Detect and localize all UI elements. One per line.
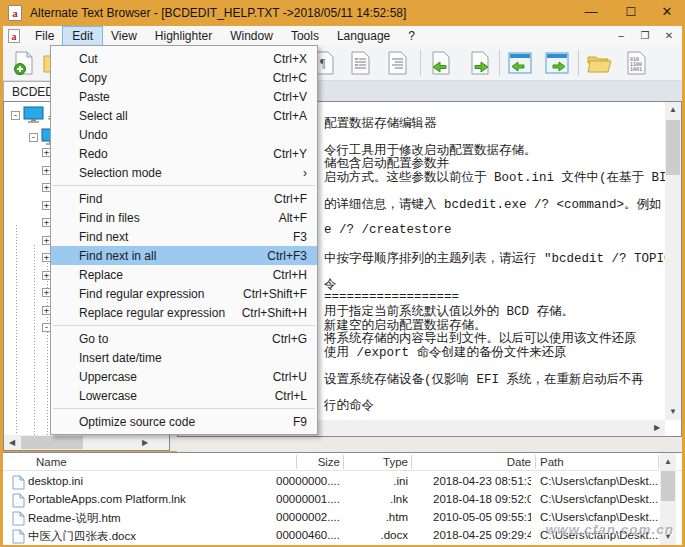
cell-date: 2018-04-23 08:51:36 xyxy=(433,475,531,487)
menu-shortcut: Ctrl+G xyxy=(272,332,307,346)
menu-item-optimize-source-code[interactable]: Optimize source codeF9 xyxy=(51,412,317,431)
menu-item-insert-date-time[interactable]: Insert date/time xyxy=(51,348,317,367)
menu-item-label: Find regular expression xyxy=(79,287,243,301)
svg-text:¶: ¶ xyxy=(320,56,326,70)
menubar-item-[interactable]: ? xyxy=(399,27,424,46)
menu-item-label: Replace regular expression xyxy=(79,306,242,320)
menubar-item-edit[interactable]: Edit xyxy=(63,27,102,46)
cell-size: 00000001.... xyxy=(243,493,340,505)
column-header-name[interactable]: Name xyxy=(36,456,67,468)
column-header-date[interactable]: Date xyxy=(433,456,531,468)
mdi-minimize-button[interactable]: – xyxy=(612,28,630,44)
menu-shortcut: F9 xyxy=(293,415,307,429)
file-row-2[interactable]: PortableApps.com Platform.lnk00000001...… xyxy=(3,491,658,509)
panel-gap xyxy=(177,437,682,452)
tree-horizontal-scrollbar[interactable]: ◀ ▶ xyxy=(4,435,169,450)
scrollbar-thumb[interactable] xyxy=(666,120,680,175)
app-icon: a xyxy=(8,5,22,21)
document-system-icon[interactable]: a xyxy=(8,29,20,43)
document-text-line: 使用 /export 命令创建的备份文件来还原 xyxy=(324,344,567,361)
scroll-left-arrow[interactable]: ◀ xyxy=(4,435,20,450)
scrollbar-thumb[interactable] xyxy=(661,471,675,501)
menubar-item-file[interactable]: File xyxy=(26,27,63,46)
scroll-right-arrow[interactable]: ▶ xyxy=(137,435,153,450)
menu-item-find[interactable]: FindCtrl+F xyxy=(51,189,317,208)
menu-item-selection-mode[interactable]: Selection mode› xyxy=(51,163,317,182)
scroll-up-arrow[interactable]: ▲ xyxy=(660,454,676,469)
column-header-path[interactable]: Path xyxy=(540,456,564,468)
menubar-item-window[interactable]: Window xyxy=(221,27,282,46)
menubar-item-tools[interactable]: Tools xyxy=(282,27,328,46)
scroll-right-arrow[interactable]: ▶ xyxy=(649,420,665,436)
maximize-button[interactable]: ☐ xyxy=(614,0,648,26)
document-text-line: 行的命令 xyxy=(324,397,374,414)
file-icon xyxy=(12,511,25,528)
menu-shortcut: Ctrl+Y xyxy=(273,147,307,161)
document-text-line: 的详细信息，请键入 bcdedit.exe /? <command>。例如， xyxy=(324,196,674,213)
tree-collapse-toggle[interactable]: - xyxy=(11,111,20,120)
menu-item-copy[interactable]: CopyCtrl+C xyxy=(51,68,317,87)
file-list-panel: Name Size Type Date Path desktop.ini0000… xyxy=(3,452,682,545)
next-window-icon[interactable] xyxy=(543,49,571,77)
previous-window-icon[interactable] xyxy=(506,49,534,77)
menu-item-find-in-files[interactable]: Find in filesAlt+F xyxy=(51,208,317,227)
cell-path: C:\Users\cfanp\Deskt... xyxy=(540,493,658,505)
menu-item-go-to[interactable]: Go toCtrl+G xyxy=(51,329,317,348)
binary-file-icon[interactable]: 01011001001 xyxy=(623,49,651,77)
menu-shortcut: Ctrl+L xyxy=(275,389,307,403)
menu-item-select-all[interactable]: Select allCtrl+A xyxy=(51,106,317,125)
menu-separator xyxy=(53,185,315,186)
menu-item-undo[interactable]: Undo xyxy=(51,125,317,144)
menu-item-uppercase[interactable]: UppercaseCtrl+U xyxy=(51,367,317,386)
file-icon xyxy=(12,493,25,510)
scrollbar-thumb[interactable] xyxy=(21,436,83,449)
minimize-button[interactable]: — xyxy=(574,0,608,26)
menubar-item-language[interactable]: Language xyxy=(328,27,399,46)
close-button[interactable]: ✕ xyxy=(650,0,684,26)
align-lines-icon[interactable] xyxy=(384,49,412,77)
menu-item-replace-regular-expression[interactable]: Replace regular expressionCtrl+Shift+H xyxy=(51,303,317,322)
cell-date: 2018-04-25 09:29:40 xyxy=(433,529,531,541)
menu-item-find-regular-expression[interactable]: Find regular expressionCtrl+Shift+F xyxy=(51,284,317,303)
file-icon xyxy=(12,475,25,492)
indent-lines-icon[interactable] xyxy=(347,49,375,77)
menubar-item-highlighter[interactable]: Highlighter xyxy=(146,27,221,46)
menu-item-cut[interactable]: CutCtrl+X xyxy=(51,49,317,68)
column-header-type[interactable]: Type xyxy=(343,456,408,468)
browse-folder-icon[interactable] xyxy=(585,49,613,77)
menu-item-redo[interactable]: RedoCtrl+Y xyxy=(51,144,317,163)
menu-item-find-next-in-all[interactable]: Find next in allCtrl+F3 xyxy=(51,246,317,265)
cell-name: 中医入门四张表.docx xyxy=(28,529,273,544)
menu-item-label: Go to xyxy=(79,332,272,346)
menu-item-replace[interactable]: ReplaceCtrl+H xyxy=(51,265,317,284)
next-file-icon[interactable] xyxy=(466,49,494,77)
new-file-icon[interactable] xyxy=(10,49,38,77)
menu-item-lowercase[interactable]: LowercaseCtrl+L xyxy=(51,386,317,405)
menu-item-label: Insert date/time xyxy=(79,351,307,365)
cell-date: 2010-05-05 09:55:18 xyxy=(433,511,531,523)
mdi-restore-button[interactable]: ❐ xyxy=(636,28,654,44)
mdi-close-button[interactable]: ✕ xyxy=(660,28,678,44)
menu-item-label: Optimize source code xyxy=(79,415,293,429)
menu-shortcut: Ctrl+Shift+F xyxy=(243,287,307,301)
cell-type: .lnk xyxy=(343,493,408,505)
menu-shortcut: Ctrl+A xyxy=(273,109,307,123)
previous-file-icon[interactable] xyxy=(427,49,455,77)
cell-name: desktop.ini xyxy=(28,475,273,487)
menu-shortcut: Ctrl+X xyxy=(273,52,307,66)
menu-item-label: Redo xyxy=(79,147,273,161)
document-text-line: ================== xyxy=(324,290,459,304)
tree-collapse-toggle[interactable]: - xyxy=(29,133,38,142)
text-vertical-scrollbar[interactable]: ▲ ▼ xyxy=(665,102,681,420)
menu-separator xyxy=(53,408,315,409)
column-header-size[interactable]: Size xyxy=(243,456,340,468)
document-text-line: 中按字母顺序排列的主题列表，请运行 "bcdedit /? TOPIC xyxy=(324,250,672,267)
menubar-item-view[interactable]: View xyxy=(102,27,146,46)
menu-item-paste[interactable]: PasteCtrl+V xyxy=(51,87,317,106)
menu-item-find-next[interactable]: Find nextF3 xyxy=(51,227,317,246)
scroll-up-arrow[interactable]: ▲ xyxy=(665,102,681,118)
file-row-1[interactable]: desktop.ini00000000.....ini2018-04-23 08… xyxy=(3,473,658,491)
cell-name: PortableApps.com Platform.lnk xyxy=(28,493,273,505)
scroll-down-arrow[interactable]: ▼ xyxy=(665,404,681,420)
menu-item-label: Paste xyxy=(79,90,273,104)
